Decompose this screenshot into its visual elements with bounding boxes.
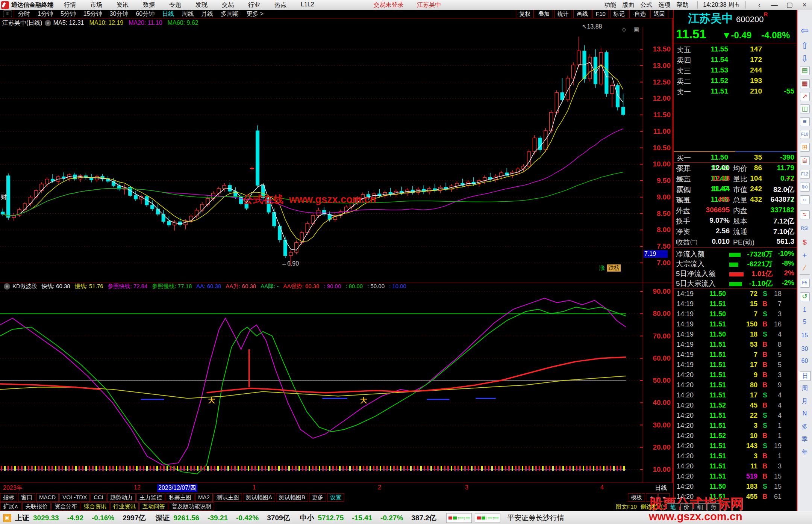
trade-login-status[interactable]: 交易未登录 — [374, 1, 404, 9]
extension-tab-0[interactable]: 扩展∧ — [0, 502, 21, 511]
period-item-4[interactable]: 30分钟 — [110, 10, 129, 18]
indicator-tab-趋势动力[interactable]: 趋势动力 — [107, 493, 136, 502]
tick-row-0[interactable]: 14:1911.5072S18 — [674, 290, 797, 300]
sidebar-icon-31[interactable]: N — [797, 410, 812, 417]
chevron-down-icon[interactable]: ∨ — [4, 283, 10, 290]
period-item-8[interactable]: 月线 — [201, 10, 213, 18]
graphic-f10-button[interactable]: 图文F10 — [616, 503, 637, 511]
tick-row-12[interactable]: 14:2011.5122S4 — [674, 412, 797, 422]
indicator-tab-VOL-TDX[interactable]: VOL-TDX — [59, 493, 90, 502]
sidebar-icon-9[interactable]: ⊞ — [797, 143, 812, 152]
indicator-tab-测试主图[interactable]: 测试主图 — [214, 493, 242, 502]
tick-row-14[interactable]: 14:2011.5210B1 — [674, 432, 797, 442]
chart-corner-icons[interactable]: ◇ ▣ — [622, 26, 642, 33]
tick-row-18[interactable]: 14:2011.51519B15 — [674, 473, 797, 483]
indicator-tab-CCI[interactable]: CCI — [91, 493, 106, 502]
sidebar-icon-15[interactable]: ≈ — [797, 210, 812, 219]
menu-item-8[interactable]: 热点 — [274, 1, 286, 9]
indicator-tab-私募主图[interactable]: 私募主图 — [166, 493, 194, 502]
date-axis[interactable]: 2023年122023/12/07/四1234 日线 — [0, 483, 673, 493]
menu-item-7[interactable]: 行业 — [248, 1, 260, 9]
chart-tool--自选[interactable]: -自选 — [629, 10, 649, 18]
tick-row-16[interactable]: 14:2011.513B1 — [674, 452, 797, 462]
sidebar-icon-1[interactable]: ⇧ — [797, 41, 812, 51]
minimize-icon[interactable]: — — [767, 1, 782, 9]
sidebar-icon-32[interactable]: 多 — [797, 423, 812, 431]
sidebar-icon-26[interactable]: 30 — [797, 346, 812, 352]
fall-rank-button[interactable]: 跌榜 — [607, 264, 621, 272]
tick-row-9[interactable]: 14:2011.5180B9 — [674, 381, 797, 391]
menu-right-item-2[interactable]: 公式 — [640, 1, 652, 9]
extension-tab-6[interactable]: 普及版功能说明 — [169, 502, 214, 511]
tick-row-7[interactable]: 14:1911.5117B5 — [674, 361, 797, 371]
tick-row-10[interactable]: 14:2011.5117S4 — [674, 391, 797, 402]
period-item-9[interactable]: 多周期 — [221, 10, 239, 18]
sidebar-icon-25[interactable]: 15 — [797, 332, 812, 339]
menu-item-4[interactable]: 专题 — [169, 1, 181, 9]
tick-row-3[interactable]: 14:1911.51150B16 — [674, 320, 797, 331]
detail-tab-势[interactable]: 势 — [707, 503, 720, 511]
sell-row-3[interactable]: 卖三11.53244 — [674, 66, 797, 77]
tick-row-4[interactable]: 14:1911.5018S4 — [674, 331, 797, 341]
menu-item-6[interactable]: 交易 — [222, 1, 234, 9]
chart-tool-F10[interactable]: F10 — [592, 10, 609, 18]
sidebar-icon-13[interactable]: ○ — [797, 195, 812, 204]
tick-row-15[interactable]: 14:2011.51143S19 — [674, 442, 797, 452]
sidebar-icon-12[interactable]: f(x) — [797, 183, 812, 192]
indicator-tab-MACD[interactable]: MACD — [36, 493, 59, 502]
extension-tab-5[interactable]: 互动问答 — [139, 502, 168, 511]
period-item-1[interactable]: 1分钟 — [38, 10, 53, 18]
tick-row-5[interactable]: 14:1911.5153B8 — [674, 341, 797, 351]
sidebar-icon-28[interactable]: 日 — [797, 371, 812, 381]
menu-item-5[interactable]: 发现 — [195, 1, 208, 9]
sidebar-icon-5[interactable]: ↗ — [797, 92, 812, 101]
maximize-icon[interactable]: ▢ — [782, 1, 797, 9]
period-item-2[interactable]: 5分钟 — [61, 10, 76, 18]
sidebar-icon-3[interactable]: ▤ — [797, 66, 812, 75]
menu-right-item-0[interactable]: 功能 — [604, 1, 616, 9]
rise-rank-button[interactable]: 涨 — [599, 264, 605, 272]
indicator-tab-指标[interactable]: 指标 — [0, 493, 17, 502]
sidebar-icon-0[interactable]: ⇦ — [797, 25, 812, 36]
chart-tool-画线[interactable]: 画线 — [573, 10, 591, 18]
detail-tab-细[interactable]: 细 — [694, 503, 706, 511]
tick-row-1[interactable]: 14:1911.5115B7 — [674, 300, 797, 310]
sidebar-icon-17[interactable]: $ — [797, 238, 812, 246]
chart-tool-标记[interactable]: 标记 — [610, 10, 628, 18]
template-tool-0[interactable]: 模板 — [628, 493, 645, 502]
menu-item-0[interactable]: 行情 — [64, 1, 76, 9]
detail-tab-价[interactable]: 价 — [680, 503, 693, 511]
indicator-tab-更多[interactable]: 更多 — [309, 493, 326, 502]
extension-tab-4[interactable]: 行业资讯 — [110, 502, 139, 511]
sidebar-icon-10[interactable]: 自 — [797, 156, 812, 165]
extension-tab-3[interactable]: 综合资讯 — [81, 502, 109, 511]
chart-tool-返回[interactable]: 返回 — [650, 10, 668, 18]
sidebar-icon-23[interactable]: 1 — [797, 307, 812, 313]
sidebar-icon-34[interactable]: 年 — [797, 448, 812, 456]
chart-tool-叠加[interactable]: 叠加 — [535, 10, 553, 18]
sidebar-icon-29[interactable]: 周 — [797, 385, 812, 393]
sidebar-icon-18[interactable]: + — [797, 251, 812, 260]
chevron-down-icon[interactable]: ∨ — [45, 20, 51, 26]
tick-row-11[interactable]: 14:2011.5245B4 — [674, 402, 797, 412]
detail-tab-笔[interactable]: 笔 — [667, 503, 679, 511]
main-chart[interactable]: 13.5013.0012.5012.0011.5011.0010.5010.00… — [0, 18, 673, 483]
tick-row-17[interactable]: 14:2011.5111B3 — [674, 462, 797, 473]
menu-item-1[interactable]: 市场 — [90, 1, 102, 9]
sidebar-icon-16[interactable]: RSI — [797, 225, 812, 231]
sell-row-4[interactable]: 卖四11.54172 — [674, 56, 797, 66]
sidebar-icon-24[interactable]: 5 — [797, 319, 812, 325]
menu-item-2[interactable]: 资讯 — [117, 1, 129, 9]
sidebar-icon-22[interactable]: ↺ — [797, 292, 812, 301]
indicator-tab-测试幅图A[interactable]: 测试幅图A — [243, 493, 275, 502]
tick-row-19[interactable]: 14:2011.50183S15 — [674, 483, 797, 493]
tick-row-2[interactable]: 14:1911.507S3 — [674, 310, 797, 320]
sidebar-icon-6[interactable]: ◫ — [797, 104, 812, 113]
sidebar-icon-4[interactable]: ▦ — [797, 79, 812, 88]
sell-row-5[interactable]: 卖五11.55147 — [674, 45, 797, 56]
menubar-stock-name[interactable]: 江苏吴中 — [417, 1, 441, 9]
sidebar-icon-30[interactable]: 月 — [797, 397, 812, 405]
extension-tab-2[interactable]: 资金分布 — [52, 502, 80, 511]
period-item-6[interactable]: 日线 — [162, 10, 174, 18]
back-icon[interactable]: ‹ — [752, 1, 767, 9]
